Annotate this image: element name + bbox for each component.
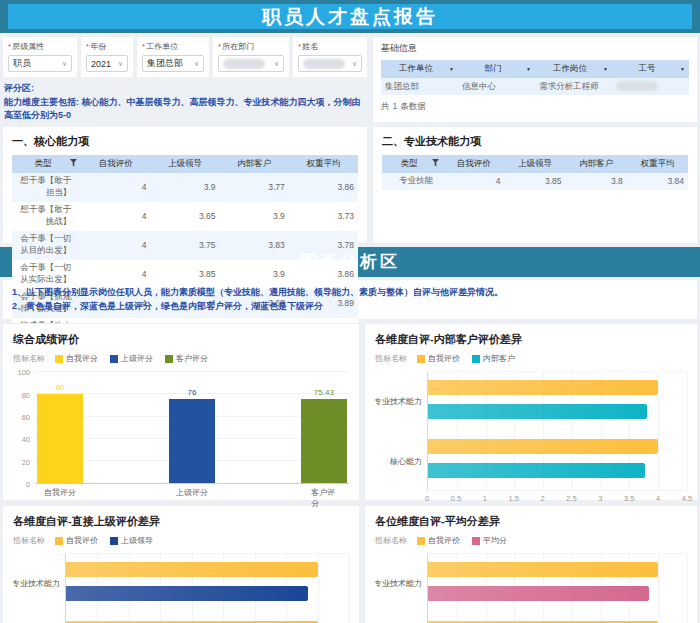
legend-item[interactable]: 自我评分 — [55, 353, 98, 364]
column-header[interactable]: 部门▼ — [458, 60, 535, 78]
column-header[interactable]: 自我评价 — [443, 155, 504, 173]
column-header[interactable]: 工作岗位▼ — [535, 60, 612, 78]
ability-tables-row: 一、核心能力项 类型自我评价上级领导内部客户权重平均想干事【敢于担当】43.93… — [2, 126, 698, 244]
legend-item[interactable]: 上级评分 — [110, 353, 153, 364]
legend-swatch — [110, 355, 118, 363]
y-tick-label: 60 — [22, 413, 30, 422]
dropdown-icon[interactable]: ▼ — [449, 66, 454, 72]
y-axis: 020406080100 — [13, 372, 35, 484]
filter-cards: *层级属性 职员∨ *年份 2021∨ *工作单位 集团总部∨ *所在部门 ∨ … — [2, 36, 368, 78]
legend-item[interactable]: 自我评价 — [55, 535, 98, 546]
chevron-down-icon: ∨ — [274, 60, 279, 68]
bar[interactable] — [66, 586, 308, 601]
gridline — [687, 554, 688, 623]
table-cell: 3.9 — [150, 173, 219, 202]
column-header[interactable]: 权重平均 — [289, 155, 358, 173]
column-header[interactable]: 内部客户 — [566, 155, 627, 173]
score-note: 评分区: 能力维度主要包括: 核心能力、中基层领导力、高层领导力、专业技术能力四… — [2, 82, 368, 123]
table-row[interactable]: 想干事【敢于担当】43.93.773.86 — [12, 173, 358, 202]
year-select[interactable]: 2021∨ — [86, 55, 128, 72]
column-header-label: 自我评价 — [85, 158, 146, 170]
bar[interactable] — [428, 562, 658, 577]
gridline — [658, 554, 659, 623]
column-header[interactable]: 权重平均 — [627, 155, 688, 173]
name-select[interactable]: ∨ — [298, 55, 362, 72]
column-header-label: 权重平均 — [631, 158, 684, 170]
required-asterisk: * — [298, 42, 301, 51]
table-row[interactable]: 专业技能43.853.83.84 — [382, 173, 688, 190]
column-header-wrap: 工作单位▼ — [385, 63, 454, 75]
column-header-wrap: 权重平均 — [293, 158, 354, 170]
table-cell: 3.65 — [150, 202, 219, 231]
bar[interactable] — [428, 463, 645, 478]
table-row[interactable]: 集团总部信息中心需求分析工程师 — [381, 78, 689, 95]
dropdown-icon[interactable]: ▼ — [680, 66, 685, 72]
column-header[interactable]: 上级领导 — [150, 155, 219, 173]
bar[interactable] — [428, 586, 649, 601]
dropdown-icon[interactable]: ▼ — [526, 66, 531, 72]
chart-legend: 指标名称自我评价内部客户 — [375, 353, 687, 364]
column-header-label: 类型 — [386, 158, 432, 170]
filter-icon[interactable] — [70, 159, 77, 169]
x-axis-ticks: 00.511.522.533.544.5 — [427, 491, 687, 503]
bar[interactable] — [428, 380, 658, 395]
plot-area — [427, 553, 687, 623]
required-asterisk: * — [142, 42, 145, 51]
legend-swatch — [110, 537, 118, 545]
legend-item[interactable]: 客户评分 — [165, 353, 208, 364]
column-header[interactable]: 上级领导 — [504, 155, 565, 173]
bar[interactable] — [37, 394, 83, 483]
category-label: 核心能力 — [390, 456, 422, 467]
x-category-label: 自我评分 — [44, 487, 76, 498]
dropdown-icon[interactable]: ▼ — [603, 66, 608, 72]
bar[interactable] — [169, 399, 215, 483]
dashboard-page: 职员人才盘点报告 *层级属性 职员∨ *年份 2021∨ *工作单位 集团总部∨… — [0, 0, 700, 623]
core-ability-card: 一、核心能力项 类型自我评价上级领导内部客户权重平均想干事【敢于担当】43.93… — [2, 126, 368, 244]
column-header-wrap: 自我评价 — [85, 158, 146, 170]
column-header[interactable]: 类型 — [12, 155, 81, 173]
bar[interactable] — [66, 562, 318, 577]
column-header-wrap: 上级领导 — [154, 158, 215, 170]
legend-item[interactable]: 内部客户 — [472, 353, 515, 364]
record-count-number: 1 — [393, 101, 398, 111]
legend-item[interactable]: 平均分 — [472, 535, 507, 546]
column-header-label: 类型 — [16, 158, 70, 170]
legend-swatch — [472, 355, 480, 363]
chevron-down-icon: ∨ — [62, 60, 67, 68]
column-header[interactable]: 自我评价 — [81, 155, 150, 173]
bar[interactable] — [428, 439, 658, 454]
category-label: 专业技术能力 — [374, 578, 422, 589]
tech-ability-title: 二、专业技术能力项 — [382, 134, 688, 149]
level-select[interactable]: 职员∨ — [8, 55, 72, 72]
legend-item[interactable]: 自我评价 — [417, 535, 460, 546]
column-header[interactable]: 内部客户 — [220, 155, 289, 173]
column-header[interactable]: 工作单位▼ — [381, 60, 458, 78]
legend-item[interactable]: 自我评价 — [417, 353, 460, 364]
bar[interactable] — [301, 399, 347, 483]
table-row[interactable]: 想干事【敢于挑战】43.653.93.73 — [12, 202, 358, 231]
legend-item-label: 自我评价 — [428, 353, 460, 364]
legend-item[interactable]: 上级领导 — [110, 535, 153, 546]
filter-icon[interactable] — [432, 159, 439, 169]
chart-plot-average: 专业技术能力核心能力 — [375, 553, 687, 623]
select-value: 职员 — [13, 57, 31, 70]
department-select[interactable]: ∨ — [218, 55, 284, 72]
core-ability-title: 一、核心能力项 — [12, 134, 358, 149]
legend-title: 指标名称 — [375, 535, 407, 546]
workunit-select[interactable]: 集团总部∨ — [142, 55, 204, 72]
chart-card-overall-score: 综合成绩评价 指标名称自我评分上级评分客户评分 0204060801008076… — [2, 323, 360, 501]
x-tick-label: 4 — [656, 494, 660, 503]
record-count: 共1条数据 — [381, 101, 689, 113]
column-header-label: 工作单位 — [385, 63, 447, 75]
legend-title: 指标名称 — [375, 353, 407, 364]
bar[interactable] — [428, 404, 647, 419]
column-header-label: 权重平均 — [293, 158, 354, 170]
legend-swatch — [417, 355, 425, 363]
column-header[interactable]: 工号▼ — [612, 60, 689, 78]
data-table: 类型自我评价上级领导内部客户权重平均专业技能43.853.83.84 — [382, 155, 688, 190]
column-header[interactable]: 类型 — [382, 155, 443, 173]
chevron-down-icon: ∨ — [352, 60, 357, 68]
legend-swatch — [55, 355, 63, 363]
legend-item-label: 上级领导 — [121, 535, 153, 546]
x-axis-labels: 自我评分上级评分客户评分 — [35, 484, 349, 497]
